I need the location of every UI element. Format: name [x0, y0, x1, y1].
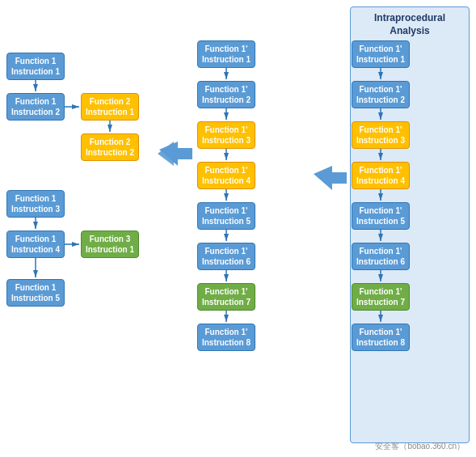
svg-marker-8 — [158, 142, 186, 166]
node-l4: Function 2Instruction 2 — [81, 133, 139, 161]
node-r5: Function 1'Instruction 5 — [352, 202, 410, 230]
node-l6: Function 1Instruction 4 — [6, 231, 65, 258]
diagram-container: IntraproceduralAnalysis — [0, 0, 476, 457]
node-l8: Function 1Instruction 5 — [6, 279, 65, 307]
node-l1: Function 1Instruction 1 — [6, 53, 65, 80]
node-l7: Function 3Instruction 1 — [81, 231, 139, 258]
node-r8: Function 1'Instruction 8 — [352, 324, 410, 351]
node-m4: Function 1'Instruction 4 — [197, 162, 255, 189]
node-r6: Function 1'Instruction 6 — [352, 243, 410, 270]
watermark: 安全客（bobao.360.cn） — [375, 441, 465, 452]
node-l5: Function 1Instruction 3 — [6, 190, 65, 218]
node-r7: Function 1'Instruction 7 — [352, 283, 410, 311]
node-l3: Function 2Instruction 1 — [81, 93, 139, 121]
node-m3: Function 1'Instruction 3 — [197, 121, 255, 149]
node-r3: Function 1'Instruction 3 — [352, 121, 410, 149]
intra-title: IntraproceduralAnalysis — [351, 7, 469, 40]
node-r4: Function 1'Instruction 4 — [352, 162, 410, 189]
node-m5: Function 1'Instruction 5 — [197, 202, 255, 230]
node-m6: Function 1'Instruction 6 — [197, 243, 255, 270]
node-l2: Function 1Instruction 2 — [6, 93, 65, 121]
node-m7: Function 1'Instruction 7 — [197, 283, 255, 311]
node-r2: Function 1'Instruction 2 — [352, 81, 410, 108]
node-r1: Function 1'Instruction 1 — [352, 40, 410, 68]
node-m8: Function 1'Instruction 8 — [197, 324, 255, 351]
node-m2: Function 1'Instruction 2 — [197, 81, 255, 108]
node-m1: Function 1'Instruction 1 — [197, 40, 255, 68]
